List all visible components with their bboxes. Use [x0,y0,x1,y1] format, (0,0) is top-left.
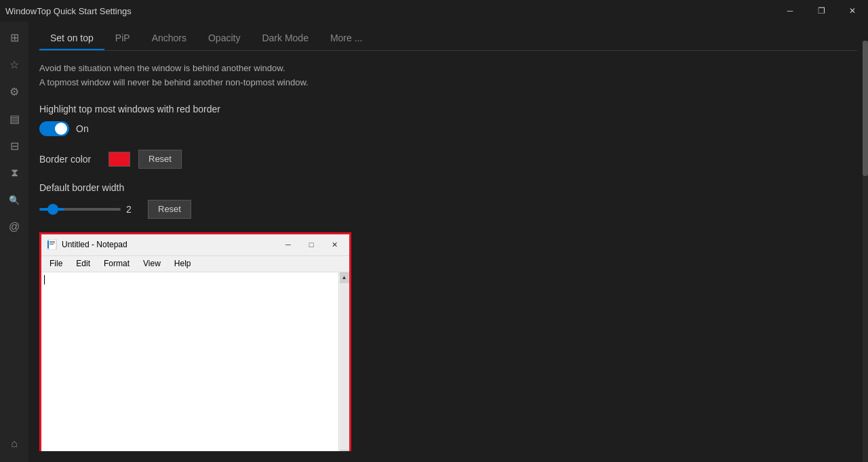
sidebar: ⊞ ☆ ⚙ ▤ ⊟ ⧗ 🔍 @ ⌂ [0,22,28,462]
notepad-svg-icon [47,239,58,250]
minimize-button[interactable]: ─ [774,0,806,22]
notepad-menu-edit[interactable]: Edit [71,257,96,270]
description-line2: A topmost window will never be behind an… [39,76,857,90]
main-container: ⊞ ☆ ⚙ ▤ ⊟ ⧗ 🔍 @ ⌂ Set on top PiP Anchors… [0,22,868,462]
tab-bar: Set on top PiP Anchors Opacity Dark Mode… [39,27,857,51]
notepad-menu-view[interactable]: View [138,257,166,270]
sidebar-icon-star[interactable]: ☆ [1,51,27,77]
sidebar-icon-search[interactable]: 🔍 [1,187,27,213]
app-title: WindowTop Quick Start Settings [5,6,132,16]
tab-pip[interactable]: PiP [104,27,141,50]
vscroll-down-button[interactable]: ▼ [340,450,349,451]
border-color-reset-button[interactable]: Reset [138,150,182,169]
notepad-minimize-button[interactable]: ─ [279,235,298,254]
vscroll-track [340,283,349,450]
notepad-vscrollbar: ▲ ▼ [338,272,349,451]
notepad-body: ▲ ▼ [41,272,349,451]
tab-set-on-top[interactable]: Set on top [39,27,104,50]
sidebar-icon-filter[interactable]: ⧗ [1,160,27,186]
notepad-restore-button[interactable]: □ [302,235,321,254]
slider-row: Default border width 2 Reset [39,182,857,219]
tab-content: Avoid the situation when the window is b… [39,51,857,451]
notepad-titlebar: Untitled - Notepad ─ □ ✕ [41,234,349,256]
tab-opacity[interactable]: Opacity [197,27,251,50]
svg-rect-4 [47,240,49,249]
main-scrollbar-thumb[interactable] [863,41,868,176]
close-button[interactable]: ✕ [837,0,868,22]
tab-dark-mode[interactable]: Dark Mode [251,27,319,50]
notepad-menu-file[interactable]: File [44,257,68,270]
preview-container: Untitled - Notepad ─ □ ✕ File Edit Forma… [39,232,857,451]
border-width-reset-button[interactable]: Reset [148,200,191,219]
sidebar-icon-settings[interactable]: ⚙ [1,79,27,104]
notepad-menu-format[interactable]: Format [98,257,135,270]
notepad-menu-help[interactable]: Help [169,257,197,270]
border-color-swatch[interactable] [108,152,130,167]
border-width-slider[interactable] [39,208,121,211]
toggle-knob [55,123,67,135]
tab-anchors[interactable]: Anchors [141,27,197,50]
tab-more[interactable]: More ... [319,27,373,50]
notepad-title: Untitled - Notepad [62,240,275,249]
toggle-label: On [76,123,89,134]
highlight-setting: Highlight top most windows with red bord… [39,104,857,136]
highlight-toggle[interactable] [39,121,69,136]
text-cursor [44,275,45,285]
border-color-label: Border color [39,154,100,165]
titlebar: WindowTop Quick Start Settings ─ ❐ ✕ [0,0,868,22]
sidebar-icon-table[interactable]: ▤ [1,106,27,131]
svg-rect-3 [50,244,54,245]
main-scrollbar-track [863,41,868,462]
slider-value: 2 [126,204,140,215]
description-line1: Avoid the situation when the window is b… [39,62,857,76]
border-color-row: Border color Reset [39,150,857,169]
highlight-label: Highlight top most windows with red bord… [39,104,857,114]
toggle-row: On [39,121,857,136]
window-controls: ─ ❐ ✕ [774,0,868,22]
preview-wrapper: Untitled - Notepad ─ □ ✕ File Edit Forma… [39,232,351,451]
notepad-menu: File Edit Format View Help [41,256,349,272]
notepad-close-button[interactable]: ✕ [325,235,344,254]
slider-controls: 2 Reset [39,200,857,219]
sidebar-icon-grid[interactable]: ⊞ [1,24,27,50]
notepad-text-area[interactable] [41,272,338,412]
content-area: Set on top PiP Anchors Opacity Dark Mode… [28,22,868,462]
sidebar-icon-grid2[interactable]: ⊟ [1,133,27,159]
notepad-icon [47,239,58,250]
slider-wrapper: 2 [39,204,140,215]
sidebar-icon-at[interactable]: @ [1,214,27,240]
notepad-window: Untitled - Notepad ─ □ ✕ File Edit Forma… [39,232,351,451]
restore-button[interactable]: ❐ [806,0,837,22]
description: Avoid the situation when the window is b… [39,62,857,90]
svg-rect-1 [50,241,55,242]
sidebar-icon-home[interactable]: ⌂ [1,431,27,457]
slider-label: Default border width [39,182,857,193]
vscroll-up-button[interactable]: ▲ [340,272,349,283]
svg-rect-2 [50,243,55,243]
